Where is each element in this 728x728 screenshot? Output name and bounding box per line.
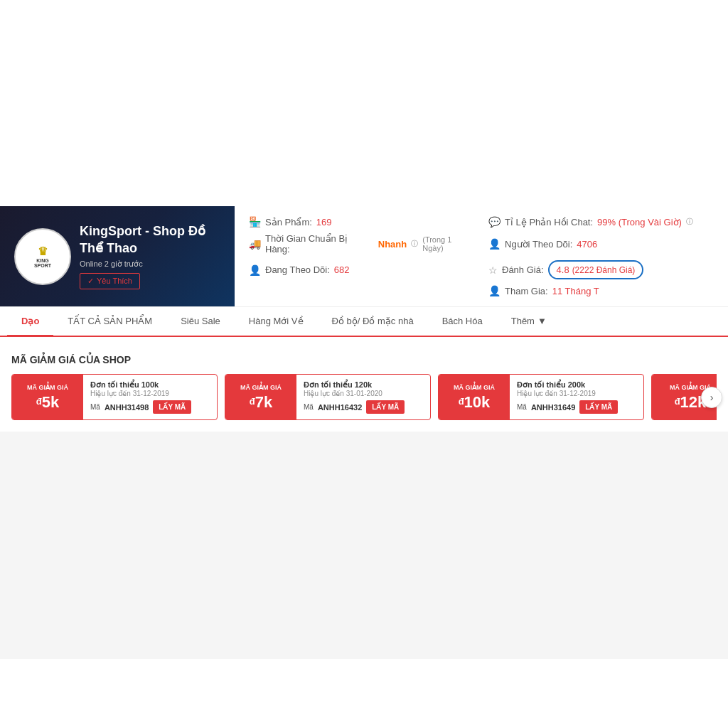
coupon-tag-1: MÃ GIẢM GIÁ [27, 384, 68, 392]
thoi-gian-suffix: (Trong 1 Ngày) [422, 235, 474, 252]
shop-left-panel: ♛ KINGSPORT KingSport - Shop Đồ Thể Thao… [0, 206, 235, 306]
lay-ma-btn-2[interactable]: LẤY MÃ [366, 400, 405, 414]
stat-nguoi-theo-doi: 👤 Người Theo Dõi: 4706 [488, 238, 714, 250]
tab-tat-ca[interactable]: TẤT CẢ SẢN PHẨM [53, 307, 166, 337]
nav-tabs: Dạo TẤT CẢ SẢN PHẨM Siêu Sale Hàng Mới V… [0, 307, 728, 337]
shop-name-block: KingSport - Shop Đồ Thể Thao Online 2 gi… [80, 223, 220, 289]
shop-stats-panel: 🏪 Sản Phẩm: 169 💬 Tỉ Lệ Phản Hồi Chat: 9… [235, 206, 728, 306]
store-icon: 🏪 [249, 216, 261, 228]
coupon-expiry-1: Hiệu lực đến 31-12-2019 [90, 390, 210, 397]
coupon-code-label-1: Mã [90, 403, 100, 411]
chat-icon: 💬 [488, 216, 500, 228]
tab-sieu-sale[interactable]: Siêu Sale [166, 307, 235, 337]
shop-online-status: Online 2 giờ trước [80, 259, 220, 269]
shop-name: KingSport - Shop Đồ Thể Thao [80, 223, 220, 257]
tab-bach-hoa[interactable]: Bách Hóa [428, 307, 497, 337]
stat-thoi-gian: 🚚 Thời Gian Chuẩn Bị Hàng: Nhanh ⓘ (Tron… [249, 233, 474, 255]
crown-icon: ♛ [38, 245, 48, 258]
coupon-amount-1: đ5k [36, 395, 59, 410]
tab-do-bo[interactable]: Đồ bộ/ Đồ mặc nhà [318, 307, 428, 337]
coupon-amount-2: đ7k [250, 395, 272, 410]
currency-4: đ [675, 396, 680, 407]
coupon-code-label-2: Mã [304, 403, 314, 411]
check-icon: ✓ [87, 277, 94, 286]
tab-hang-moi[interactable]: Hàng Mới Về [235, 307, 318, 337]
coupon-left-3: MÃ GIẢM GIÁ đ10k [439, 375, 510, 419]
coupon-left-2: MÃ GIẢM GIÁ đ7k [225, 375, 296, 419]
carousel-next-button[interactable]: › [701, 387, 722, 408]
currency-2: đ [250, 396, 255, 407]
coupon-condition-2: Đơn tối thiểu 120k [304, 380, 423, 390]
coupon-condition-1: Đơn tối thiểu 100k [90, 380, 210, 390]
coupons-row: MÃ GIẢM GIÁ đ5k Đơn tối thiểu 100k Hiệu … [11, 374, 717, 420]
danh-gia-count: (2222 Đánh Giá) [572, 265, 636, 275]
coupon-amount-3: đ10k [459, 395, 491, 410]
coupon-section: MÃ GIẢM GIÁ CỦA SHOP MÃ GIẢM GIÁ đ5k Đơn… [0, 343, 728, 432]
stat-san-pham: 🏪 Sản Phẩm: 169 [249, 216, 474, 228]
coupon-right-1: Đơn tối thiểu 100k Hiệu lực đến 31-12-20… [83, 375, 217, 419]
clock-icon: 🚚 [249, 238, 261, 250]
coupon-tag-2: MÃ GIẢM GIÁ [240, 384, 282, 392]
stat-dang-theo-doi: 👤 Đang Theo Dõi: 682 [249, 264, 474, 276]
coupon-code-val-3: ANHH31649 [531, 403, 575, 412]
lay-ma-btn-3[interactable]: LẤY MÃ [579, 400, 618, 414]
coupon-right-3: Đơn tối thiểu 200k Hiệu lực đến 31-12-20… [510, 375, 643, 419]
top-white-space [0, 0, 728, 206]
currency-3: đ [459, 396, 464, 407]
coupon-condition-3: Đơn tối thiểu 200k [517, 380, 636, 390]
coupon-left-1: MÃ GIẢM GIÁ đ5k [12, 375, 83, 419]
coupon-card-3: MÃ GIẢM GIÁ đ10k Đơn tối thiểu 200k Hiệu… [438, 374, 644, 420]
follow-icon: 👤 [249, 264, 261, 276]
coupon-right-2: Đơn tối thiểu 120k Hiệu lực đến 31-01-20… [296, 375, 430, 419]
coupon-code-row-3: Mã ANHH31649 LẤY MÃ [517, 400, 636, 414]
coupon-code-row-1: Mã ANHH31498 LẤY MÃ [90, 400, 210, 414]
lay-ma-btn-1[interactable]: LẤY MÃ [153, 400, 191, 414]
coupons-container: MÃ GIẢM GIÁ đ5k Đơn tối thiểu 100k Hiệu … [11, 374, 717, 420]
yeu-thich-button[interactable]: ✓ Yêu Thích [80, 273, 140, 289]
stat-danh-gia: ☆ Đánh Giá: 4.8 (2222 Đánh Giá) [488, 260, 714, 279]
coupon-expiry-2: Hiệu lực đến 31-01-2020 [304, 390, 423, 397]
content-area: MÃ GIẢM GIÁ CỦA SHOP MÃ GIẢM GIÁ đ5k Đơn… [0, 343, 728, 432]
coupon-code-row-2: Mã ANHH16432 LẤY MÃ [304, 400, 423, 414]
member-icon: 👤 [488, 285, 500, 296]
rating-oval: 4.8 (2222 Đánh Giá) [548, 260, 644, 279]
stat-ti-le: 💬 Tỉ Lệ Phản Hồi Chat: 99% (Trong Vài Gi… [488, 216, 714, 228]
coupon-section-title: MÃ GIẢM GIÁ CỦA SHOP [11, 354, 717, 365]
person-icon: 👤 [488, 238, 500, 250]
shop-avatar: ♛ KINGSPORT [14, 228, 71, 285]
coupon-code-val-1: ANHH31498 [105, 403, 149, 412]
coupon-tag-3: MÃ GIẢM GIÁ [454, 384, 495, 392]
coupon-card-2: MÃ GIẢM GIÁ đ7k Đơn tối thiểu 120k Hiệu … [225, 374, 431, 420]
bottom-white-space [0, 432, 728, 659]
info-icon: ⓘ [686, 217, 693, 227]
star-icon: ☆ [488, 264, 498, 276]
coupon-card-1: MÃ GIẢM GIÁ đ5k Đơn tối thiểu 100k Hiệu … [11, 374, 218, 420]
coupon-code-label-3: Mã [517, 403, 527, 411]
coupon-code-val-2: ANHH16432 [318, 403, 362, 412]
stat-tham-gia: 👤 Tham Gia: 11 Tháng T [488, 285, 714, 296]
currency-1: đ [36, 396, 42, 407]
info-icon2: ⓘ [411, 239, 418, 249]
tab-dao[interactable]: Dạo [7, 307, 53, 337]
shop-profile-row: ♛ KINGSPORT KingSport - Shop Đồ Thể Thao… [0, 206, 728, 307]
coupon-expiry-3: Hiệu lực đến 31-12-2019 [517, 390, 636, 397]
tab-them[interactable]: Thêm ▼ [497, 307, 561, 337]
chevron-down-icon: ▼ [537, 316, 547, 326]
